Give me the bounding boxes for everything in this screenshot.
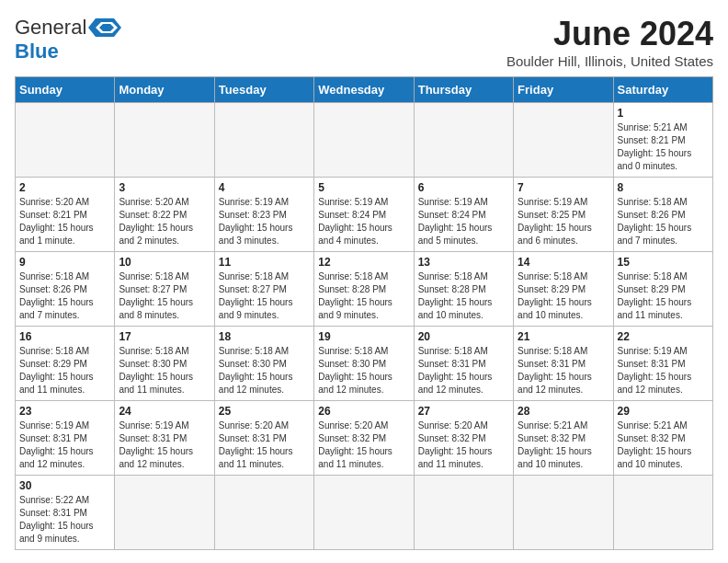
day-number: 20 <box>418 330 509 343</box>
day-number: 29 <box>618 405 709 418</box>
day-number: 7 <box>518 181 609 194</box>
table-row: 29Sunrise: 5:21 AM Sunset: 8:32 PM Dayli… <box>613 401 712 476</box>
col-monday: Monday <box>115 77 214 103</box>
day-number: 19 <box>318 330 409 343</box>
day-info: Sunrise: 5:19 AM Sunset: 8:24 PM Dayligh… <box>418 196 509 247</box>
calendar-week-row: 16Sunrise: 5:18 AM Sunset: 8:29 PM Dayli… <box>16 327 713 401</box>
table-row: 6Sunrise: 5:19 AM Sunset: 8:24 PM Daylig… <box>414 178 513 252</box>
day-number: 6 <box>418 181 509 194</box>
day-number: 9 <box>19 256 110 269</box>
table-row: 20Sunrise: 5:18 AM Sunset: 8:31 PM Dayli… <box>414 327 513 401</box>
table-row: 2Sunrise: 5:20 AM Sunset: 8:21 PM Daylig… <box>16 178 115 252</box>
table-row: 7Sunrise: 5:19 AM Sunset: 8:25 PM Daylig… <box>514 178 613 252</box>
day-number: 8 <box>618 181 709 194</box>
day-number: 12 <box>318 256 409 269</box>
table-row: 4Sunrise: 5:19 AM Sunset: 8:23 PM Daylig… <box>214 178 313 252</box>
day-info: Sunrise: 5:18 AM Sunset: 8:30 PM Dayligh… <box>219 345 310 396</box>
table-row <box>314 476 414 550</box>
table-row <box>314 103 414 178</box>
calendar-week-row: 30Sunrise: 5:22 AM Sunset: 8:31 PM Dayli… <box>16 476 713 550</box>
table-row: 25Sunrise: 5:20 AM Sunset: 8:31 PM Dayli… <box>214 401 313 476</box>
day-number: 11 <box>219 256 310 269</box>
table-row: 22Sunrise: 5:19 AM Sunset: 8:31 PM Dayli… <box>613 327 712 401</box>
day-info: Sunrise: 5:18 AM Sunset: 8:27 PM Dayligh… <box>219 270 310 322</box>
table-row <box>414 103 513 178</box>
day-info: Sunrise: 5:18 AM Sunset: 8:31 PM Dayligh… <box>518 345 609 396</box>
table-row: 28Sunrise: 5:21 AM Sunset: 8:32 PM Dayli… <box>514 401 613 476</box>
day-number: 25 <box>219 405 310 418</box>
table-row: 16Sunrise: 5:18 AM Sunset: 8:29 PM Dayli… <box>16 327 115 401</box>
day-number: 10 <box>119 256 210 269</box>
col-wednesday: Wednesday <box>314 77 414 103</box>
header: General Blue June 2024 Boulder Hill, Ill… <box>15 15 713 69</box>
day-number: 5 <box>318 181 409 194</box>
table-row: 11Sunrise: 5:18 AM Sunset: 8:27 PM Dayli… <box>214 252 313 327</box>
table-row: 15Sunrise: 5:18 AM Sunset: 8:29 PM Dayli… <box>613 252 712 327</box>
day-number: 17 <box>119 330 210 343</box>
day-number: 30 <box>19 479 110 492</box>
day-number: 28 <box>518 405 609 418</box>
day-info: Sunrise: 5:21 AM Sunset: 8:32 PM Dayligh… <box>518 419 609 471</box>
col-thursday: Thursday <box>414 77 513 103</box>
calendar-header-row: Sunday Monday Tuesday Wednesday Thursday… <box>16 77 713 103</box>
day-number: 13 <box>418 256 509 269</box>
title-area: June 2024 Boulder Hill, Illinois, United… <box>506 15 713 69</box>
day-number: 3 <box>119 181 210 194</box>
day-number: 1 <box>618 107 709 120</box>
logo-icon <box>88 15 121 40</box>
day-info: Sunrise: 5:18 AM Sunset: 8:28 PM Dayligh… <box>318 270 409 322</box>
month-title: June 2024 <box>506 15 713 53</box>
calendar-week-row: 2Sunrise: 5:20 AM Sunset: 8:21 PM Daylig… <box>16 178 713 252</box>
day-info: Sunrise: 5:18 AM Sunset: 8:28 PM Dayligh… <box>418 270 509 322</box>
day-number: 2 <box>19 181 110 194</box>
day-number: 16 <box>19 330 110 343</box>
logo: General Blue <box>15 15 121 63</box>
day-number: 27 <box>418 405 509 418</box>
day-number: 23 <box>19 405 110 418</box>
table-row: 13Sunrise: 5:18 AM Sunset: 8:28 PM Dayli… <box>414 252 513 327</box>
table-row: 8Sunrise: 5:18 AM Sunset: 8:26 PM Daylig… <box>613 178 712 252</box>
table-row <box>214 103 313 178</box>
day-info: Sunrise: 5:19 AM Sunset: 8:23 PM Dayligh… <box>219 196 310 247</box>
table-row: 26Sunrise: 5:20 AM Sunset: 8:32 PM Dayli… <box>314 401 414 476</box>
day-info: Sunrise: 5:20 AM Sunset: 8:21 PM Dayligh… <box>19 196 110 247</box>
table-row <box>214 476 313 550</box>
day-info: Sunrise: 5:19 AM Sunset: 8:24 PM Dayligh… <box>318 196 409 247</box>
table-row: 12Sunrise: 5:18 AM Sunset: 8:28 PM Dayli… <box>314 252 414 327</box>
table-row: 5Sunrise: 5:19 AM Sunset: 8:24 PM Daylig… <box>314 178 414 252</box>
table-row: 9Sunrise: 5:18 AM Sunset: 8:26 PM Daylig… <box>16 252 115 327</box>
col-friday: Friday <box>514 77 613 103</box>
table-row: 18Sunrise: 5:18 AM Sunset: 8:30 PM Dayli… <box>214 327 313 401</box>
table-row: 19Sunrise: 5:18 AM Sunset: 8:30 PM Dayli… <box>314 327 414 401</box>
table-row: 21Sunrise: 5:18 AM Sunset: 8:31 PM Dayli… <box>514 327 613 401</box>
day-info: Sunrise: 5:19 AM Sunset: 8:31 PM Dayligh… <box>19 419 110 471</box>
table-row <box>16 103 115 178</box>
logo-blue: Blue <box>15 40 59 63</box>
table-row: 14Sunrise: 5:18 AM Sunset: 8:29 PM Dayli… <box>514 252 613 327</box>
day-number: 22 <box>618 330 709 343</box>
day-info: Sunrise: 5:19 AM Sunset: 8:25 PM Dayligh… <box>518 196 609 247</box>
table-row <box>414 476 513 550</box>
table-row <box>514 476 613 550</box>
table-row <box>115 103 214 178</box>
day-info: Sunrise: 5:18 AM Sunset: 8:26 PM Dayligh… <box>19 270 110 322</box>
day-info: Sunrise: 5:21 AM Sunset: 8:21 PM Dayligh… <box>618 121 709 173</box>
day-number: 15 <box>618 256 709 269</box>
table-row: 1Sunrise: 5:21 AM Sunset: 8:21 PM Daylig… <box>613 103 712 178</box>
day-number: 26 <box>318 405 409 418</box>
day-info: Sunrise: 5:20 AM Sunset: 8:32 PM Dayligh… <box>318 419 409 471</box>
day-info: Sunrise: 5:18 AM Sunset: 8:29 PM Dayligh… <box>618 270 709 322</box>
day-number: 21 <box>518 330 609 343</box>
day-info: Sunrise: 5:18 AM Sunset: 8:31 PM Dayligh… <box>418 345 509 396</box>
day-info: Sunrise: 5:18 AM Sunset: 8:27 PM Dayligh… <box>119 270 210 322</box>
col-saturday: Saturday <box>613 77 712 103</box>
col-tuesday: Tuesday <box>214 77 313 103</box>
calendar-week-row: 9Sunrise: 5:18 AM Sunset: 8:26 PM Daylig… <box>16 252 713 327</box>
day-info: Sunrise: 5:20 AM Sunset: 8:22 PM Dayligh… <box>119 196 210 247</box>
table-row <box>514 103 613 178</box>
day-info: Sunrise: 5:18 AM Sunset: 8:29 PM Dayligh… <box>19 345 110 396</box>
table-row: 27Sunrise: 5:20 AM Sunset: 8:32 PM Dayli… <box>414 401 513 476</box>
calendar-week-row: 1Sunrise: 5:21 AM Sunset: 8:21 PM Daylig… <box>16 103 713 178</box>
calendar: Sunday Monday Tuesday Wednesday Thursday… <box>15 76 713 550</box>
day-info: Sunrise: 5:19 AM Sunset: 8:31 PM Dayligh… <box>618 345 709 396</box>
